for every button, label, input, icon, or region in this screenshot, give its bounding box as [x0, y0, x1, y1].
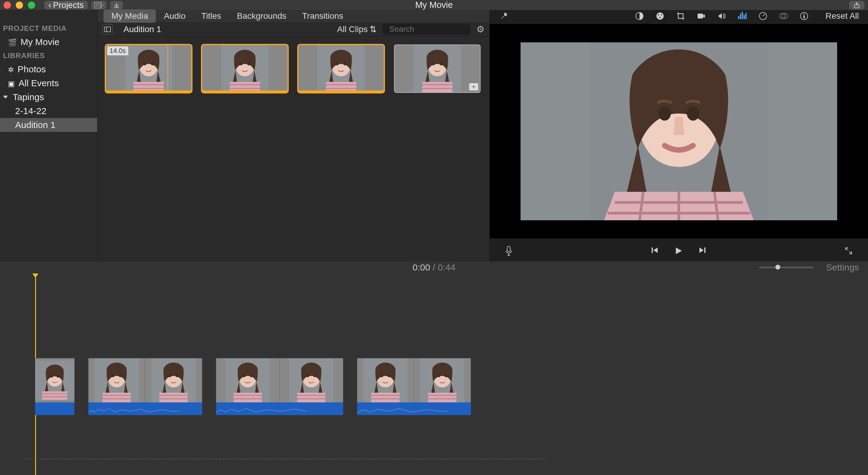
disclosure-triangle-icon[interactable] [3, 96, 8, 99]
clip-thumbnail[interactable]: + [394, 44, 480, 93]
tab-titles[interactable]: Titles [193, 9, 229, 23]
events-icon [8, 78, 15, 88]
audio-lane[interactable] [216, 402, 343, 415]
window-title: My Movie [0, 0, 868, 10]
clip-filter-button[interactable] [778, 12, 789, 20]
share-icon [854, 2, 860, 8]
palette-icon [656, 12, 664, 20]
sidebar-item-all-events[interactable]: All Events [0, 76, 97, 90]
clip-used-indicator [299, 91, 384, 92]
plus-icon: + [472, 84, 475, 91]
timeline-panel: 0:00 / 0:44 Settings [0, 261, 868, 475]
clip-playhead[interactable] [167, 45, 168, 92]
secondary-lane-placeholder [25, 459, 546, 469]
add-clip-button[interactable]: + [469, 83, 478, 91]
titlebar: ‹ Projects ♪ My Movie [0, 0, 868, 10]
audio-lane[interactable] [35, 402, 74, 415]
clip-thumb [414, 358, 471, 402]
clips-grid: 14.0s + [97, 37, 489, 261]
minimize-window-button[interactable] [16, 1, 23, 9]
equalizer-icon [738, 11, 747, 21]
svg-rect-38 [704, 248, 706, 253]
clip-thumb [216, 358, 279, 402]
magic-wand-icon [499, 11, 508, 21]
waveform [357, 407, 448, 413]
timeline-clip[interactable] [357, 358, 471, 415]
sidebar-label: 2-14-22 [15, 106, 46, 116]
timeline-settings-button[interactable]: Settings [826, 262, 859, 273]
preview-canvas[interactable] [490, 24, 868, 239]
timeline-clip[interactable] [88, 358, 202, 415]
mediabrowser-icon: ♪ [94, 2, 103, 8]
next-button[interactable] [698, 246, 706, 255]
projects-back-button[interactable]: ‹ Projects [44, 1, 88, 9]
browser-location: Audition 1 [123, 25, 161, 34]
zoom-window-button[interactable] [28, 1, 35, 9]
timeline-clip[interactable] [216, 358, 343, 415]
clip-thumbnail[interactable] [298, 44, 384, 93]
sidebar-icon [104, 27, 111, 32]
toggle-sidebar-button[interactable] [102, 24, 113, 34]
zoom-knob[interactable] [775, 265, 780, 270]
svg-rect-14 [94, 2, 101, 8]
svg-rect-37 [652, 248, 653, 253]
clip-thumbnail[interactable]: 14.0s [105, 44, 192, 93]
library-sidebar: PROJECT MEDIA My Movie LIBRARIES Photos … [0, 10, 97, 261]
audio-lane[interactable] [357, 402, 471, 415]
play-button[interactable] [674, 246, 683, 255]
timeline-header: 0:00 / 0:44 Settings [0, 261, 868, 274]
waveform [216, 407, 307, 413]
media-import-button[interactable]: ♪ [91, 1, 106, 9]
previous-button[interactable] [651, 246, 659, 255]
expand-icon [844, 247, 853, 255]
share-button[interactable] [849, 1, 864, 9]
reset-all-button[interactable]: Reset All [826, 11, 859, 21]
crop-button[interactable] [676, 12, 686, 20]
sidebar-item-audition[interactable]: Audition 1 [0, 118, 97, 132]
svg-rect-19 [104, 27, 111, 32]
sidebar-item-date-event[interactable]: 2-14-22 [0, 104, 97, 118]
search-input[interactable] [389, 25, 488, 34]
clapper-icon [8, 37, 17, 47]
speaker-icon [718, 12, 726, 20]
fullscreen-button[interactable] [844, 247, 853, 255]
project-media-header: PROJECT MEDIA [0, 22, 97, 35]
voiceover-button[interactable] [505, 246, 513, 256]
clip-thumb [88, 358, 145, 402]
audio-lane[interactable] [88, 402, 202, 415]
clip-thumbnail[interactable] [202, 44, 288, 93]
stabilization-button[interactable] [696, 12, 706, 20]
timeline-track-area[interactable] [0, 274, 868, 475]
color-balance-button[interactable] [634, 12, 645, 20]
svg-text:♪: ♪ [102, 3, 103, 7]
search-field[interactable] [382, 24, 470, 35]
download-icon [113, 2, 120, 8]
speed-button[interactable] [758, 12, 768, 20]
sidebar-item-my-movie[interactable]: My Movie [0, 35, 97, 49]
sidebar-label: My Movie [21, 37, 59, 47]
clip-filter-dropdown[interactable]: All Clips ⇅ [337, 24, 376, 34]
tab-backgrounds[interactable]: Backgrounds [229, 9, 294, 23]
timeline-clip[interactable] [35, 358, 74, 415]
sidebar-item-photos[interactable]: Photos [0, 62, 97, 76]
svg-point-25 [658, 14, 659, 15]
close-window-button[interactable] [4, 1, 11, 9]
sidebar-item-tapings[interactable]: Tapings [0, 90, 97, 104]
color-correction-button[interactable] [655, 12, 665, 20]
enhance-button[interactable] [499, 11, 509, 21]
microphone-icon [505, 246, 513, 256]
photos-icon [8, 64, 14, 74]
noise-reduction-button[interactable] [737, 11, 748, 21]
tab-transitions[interactable]: Transitions [294, 9, 351, 23]
zoom-slider[interactable] [759, 266, 813, 268]
sidebar-label: All Events [19, 78, 59, 88]
volume-button[interactable] [717, 12, 727, 20]
tab-audio[interactable]: Audio [156, 9, 193, 23]
browser-settings-button[interactable]: ⚙ [476, 24, 485, 34]
info-button[interactable] [799, 12, 809, 20]
tab-my-media[interactable]: My Media [103, 9, 156, 23]
timecode-sep: / [430, 262, 438, 272]
clip-thumb [35, 358, 74, 402]
import-button[interactable] [110, 1, 123, 9]
overlap-circles-icon [779, 12, 788, 20]
